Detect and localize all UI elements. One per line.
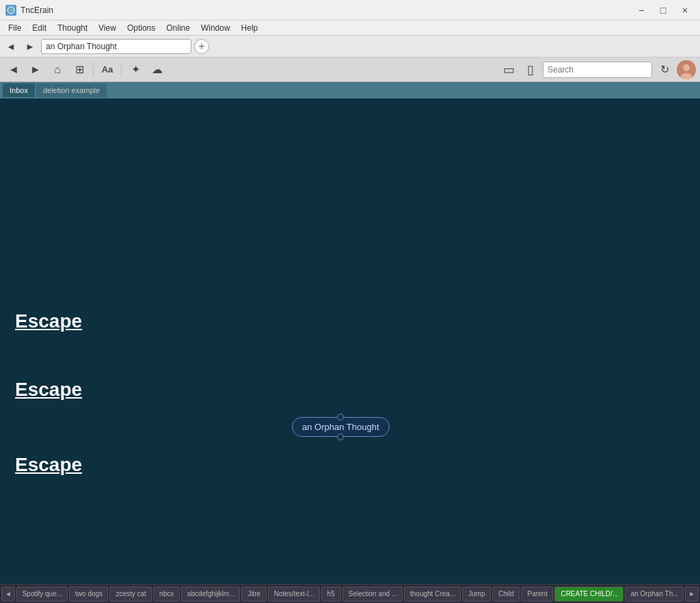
thought-node-orphan[interactable]: an Orphan Thought — [292, 417, 390, 437]
statusbar-tab-3[interactable]: nbcx — [153, 587, 180, 602]
menu-file[interactable]: File — [3, 22, 27, 34]
tab-inbox[interactable]: Inbox — [3, 83, 35, 97]
close-button[interactable]: × — [675, 3, 695, 17]
escape-label-2[interactable]: Escape — [15, 379, 82, 401]
avatar — [677, 60, 696, 79]
statusbar-tab-6[interactable]: Notes/text-l... — [268, 587, 320, 602]
svg-point-0 — [8, 7, 14, 14]
escape-label-3[interactable]: Escape — [15, 454, 82, 476]
titlebar: TncErain − □ × — [0, 0, 700, 21]
nav-back-button[interactable]: ◄ — [3, 38, 19, 55]
statusbar-tab-label-13: CREATE CHILD/... — [561, 590, 618, 598]
statusbar-tab-4[interactable]: abcdefghijklm... — [181, 587, 240, 602]
statusbar-tab-label-1: two dogs — [75, 590, 103, 598]
menu-options[interactable]: Options — [122, 22, 161, 34]
new-tab-button[interactable]: + — [194, 39, 209, 54]
statusbar-tab-8[interactable]: Selection and ... — [342, 587, 403, 602]
statusbar-tab-label-6: Notes/text-l... — [274, 590, 314, 598]
statusbar-tab-label-5: Jitre — [247, 590, 260, 598]
statusbar-tab-2[interactable]: zcesty cat — [109, 587, 152, 602]
tab-deletion-example[interactable]: deletion example — [36, 83, 107, 97]
statusbar-tab-10[interactable]: Jump — [462, 587, 491, 602]
toolbar-right: ▭ ▯ ↻ — [499, 60, 696, 79]
toolbar-separator-1 — [93, 63, 94, 77]
maximize-button[interactable]: □ — [654, 3, 673, 17]
toolbar-font-button[interactable]: Aa — [98, 60, 117, 79]
statusbar-tab-label-12: Parent — [527, 590, 547, 598]
statusbar-tab-label-9: thought Crea... — [410, 590, 455, 598]
statusbar-tab-label-14: an Orphan Th... — [631, 590, 679, 598]
statusbar-tab-label-3: nbcx — [159, 590, 174, 598]
statusbar-tab-12[interactable]: Parent — [521, 587, 553, 602]
toolbar-home-button[interactable]: ⌂ — [48, 60, 67, 79]
address-text: an Orphan Thought — [46, 42, 117, 51]
statusbar-tab-11[interactable]: Child — [492, 587, 520, 602]
thought-node-label: an Orphan Thought — [302, 422, 379, 432]
menu-help[interactable]: Help — [236, 22, 264, 34]
toolbar-view1-button[interactable]: ▭ — [499, 60, 518, 79]
toolbar-star-button[interactable]: ✦ — [126, 60, 145, 79]
statusbar-tab-label-2: zcesty cat — [116, 590, 146, 598]
titlebar-left: TncErain — [5, 5, 53, 16]
search-input[interactable] — [543, 62, 652, 78]
statusbar-tab-label-4: abcdefghijklm... — [187, 590, 234, 598]
statusbar-tab-14[interactable]: an Orphan Th... — [625, 587, 684, 602]
toolbar-refresh-button[interactable]: ↻ — [655, 60, 674, 79]
nav-forward-button[interactable]: ► — [22, 38, 38, 55]
toolbar-view2-button[interactable]: ▯ — [521, 60, 540, 79]
statusbar-tab-label-0: Spotify que... — [23, 590, 62, 598]
svg-point-2 — [683, 64, 690, 71]
navbar: ◄ ► an Orphan Thought + — [0, 36, 700, 57]
menubar: File Edit Thought View Options Online Wi… — [0, 21, 700, 36]
menu-window[interactable]: Window — [196, 22, 236, 34]
toolbar: ◄ ► ⌂ ⊞ Aa ✦ ☁ ▭ ▯ ↻ — [0, 57, 700, 82]
statusbar-tab-13[interactable]: CREATE CHILD/... — [554, 587, 623, 602]
toolbar-grid-button[interactable]: ⊞ — [70, 60, 89, 79]
menu-view[interactable]: View — [93, 22, 122, 34]
titlebar-controls: − □ × — [632, 3, 695, 17]
app-icon — [5, 5, 16, 16]
statusbar-tab-label-8: Selection and ... — [349, 590, 398, 598]
toolbar-separator-2 — [121, 63, 122, 77]
address-bar: an Orphan Thought — [41, 39, 191, 54]
menu-edit[interactable]: Edit — [27, 22, 52, 34]
statusbar-tab-label-11: Child — [498, 590, 514, 598]
statusbar-tab-label-7: h5 — [327, 590, 335, 598]
toolbar-back-button[interactable]: ◄ — [4, 60, 23, 79]
main-canvas: Escape Escape Escape an Orphan Thought — [0, 98, 700, 584]
menu-online[interactable]: Online — [161, 22, 196, 34]
minimize-button[interactable]: − — [632, 3, 651, 17]
statusbar-tab-7[interactable]: h5 — [321, 587, 341, 602]
toolbar-cloud-button[interactable]: ☁ — [148, 60, 167, 79]
statusbar-next-button[interactable]: ► — [685, 587, 699, 602]
escape-label-1[interactable]: Escape — [15, 310, 82, 332]
statusbar-tab-1[interactable]: two dogs — [69, 587, 108, 602]
titlebar-title: TncErain — [21, 5, 53, 15]
menu-thought[interactable]: Thought — [52, 22, 93, 34]
toolbar-forward-button[interactable]: ► — [26, 60, 45, 79]
statusbar-prev-button[interactable]: ◄ — [1, 587, 15, 602]
tabs-bar: Inbox deletion example — [0, 82, 700, 98]
statusbar-tab-9[interactable]: thought Crea... — [404, 587, 461, 602]
statusbar-tab-0[interactable]: Spotify que... — [16, 587, 68, 602]
statusbar-tab-5[interactable]: Jitre — [241, 587, 267, 602]
statusbar-tab-label-10: Jump — [468, 590, 485, 598]
statusbar: ◄ Spotify que... two dogs zcesty cat nbc… — [0, 584, 700, 603]
